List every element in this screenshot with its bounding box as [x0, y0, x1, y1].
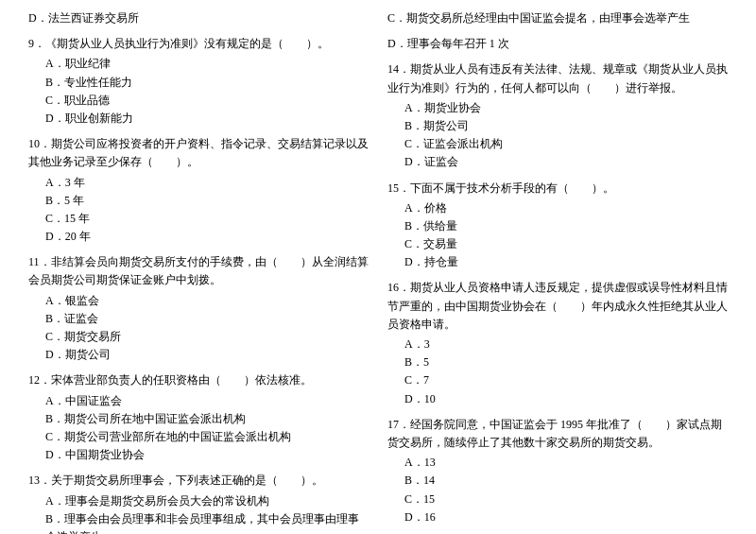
question-text-q13: 13．关于期货交易所理事会，下列表述正确的是（ ）。: [28, 472, 369, 490]
option-q15-1: B．供给量: [387, 217, 728, 235]
question-block-qc_exchange: C．期货交易所总经理由中国证监会提名，由理事会选举产生: [387, 9, 728, 27]
question-text-q11: 11．非结算会员向期货交易所支付的手续费，由（ ）从全润结算会员期货公司期货保证…: [28, 253, 369, 289]
question-block-q_d_franxis: D．法兰西证券交易所: [28, 9, 369, 27]
question-block-qd_board: D．理事会每年召开 1 次: [387, 35, 728, 53]
option-q11-2: C．期货交易所: [28, 328, 369, 346]
option-q9-3: D．职业创新能力: [28, 110, 369, 128]
question-text-q16: 16．期货从业人员资格申请人违反规定，提供虚假或误导性材料且情节严重的，由中国期…: [387, 279, 728, 334]
option-q16-1: B．5: [387, 353, 728, 371]
question-block-q11: 11．非结算会员向期货交易所支付的手续费，由（ ）从全润结算会员期货公司期货保证…: [28, 253, 369, 364]
question-text-q10: 10．期货公司应将投资者的开户资料、指令记录、交易结算记录以及其他业务记录至少保…: [28, 135, 369, 171]
option-q11-3: D．期货公司: [28, 346, 369, 364]
question-text-q14: 14．期货从业人员有违反有关法律、法规、规章或《期货从业人员执业行为准则》行为的…: [387, 60, 728, 96]
option-q16-0: A．3: [387, 336, 728, 353]
question-block-q9: 9．《期货从业人员执业行为准则》没有规定的是（ ）。A．职业纪律B．专业性任能力…: [28, 35, 369, 128]
option-q16-2: C．7: [387, 371, 728, 389]
right-column: C．期货交易所总经理由中国证监会提名，由理事会选举产生D．理事会每年召开 1 次…: [387, 9, 728, 534]
option-q15-0: A．价格: [387, 199, 728, 217]
question-block-q15: 15．下面不属于技术分析手段的有（ ）。A．价格B．供给量C．交易量D．持仓量: [387, 180, 728, 272]
option-q11-1: B．证监会: [28, 310, 369, 328]
question-text-q17: 17．经国务院同意，中国证监会于 1995 年批准了（ ）家试点期货交易所，随续…: [387, 416, 728, 452]
question-text-qd_board: D．理事会每年召开 1 次: [387, 35, 728, 53]
question-block-q17: 17．经国务院同意，中国证监会于 1995 年批准了（ ）家试点期货交易所，随续…: [387, 416, 728, 526]
question-block-q14: 14．期货从业人员有违反有关法律、法规、规章或《期货从业人员执业行为准则》行为的…: [387, 60, 728, 171]
two-column-layout: D．法兰西证券交易所9．《期货从业人员执业行为准则》没有规定的是（ ）。A．职业…: [28, 9, 728, 534]
question-block-q13: 13．关于期货交易所理事会，下列表述正确的是（ ）。A．理事会是期货交易所会员大…: [28, 472, 369, 534]
question-block-q10: 10．期货公司应将投资者的开户资料、指令记录、交易结算记录以及其他业务记录至少保…: [28, 135, 369, 246]
question-block-q12: 12．宋体营业部负责人的任职资格由（ ）依法核准。A．中国证监会B．期货公司所在…: [28, 371, 369, 464]
option-q9-2: C．职业品德: [28, 92, 369, 110]
option-q13-1: B．理事会由会员理事和非会员理事组成，其中会员理事由理事会选举产生: [28, 510, 369, 534]
option-q14-0: A．期货业协会: [387, 99, 728, 117]
option-q14-3: D．证监会: [387, 153, 728, 171]
page-container: D．法兰西证券交易所9．《期货从业人员执业行为准则》没有规定的是（ ）。A．职业…: [28, 9, 728, 534]
option-q13-0: A．理事会是期货交易所会员大会的常设机构: [28, 492, 369, 510]
option-q11-0: A．银监会: [28, 292, 369, 310]
option-q10-1: B．5 年: [28, 192, 369, 210]
option-q14-1: B．期货公司: [387, 117, 728, 135]
option-q17-2: C．15: [387, 491, 728, 508]
left-column: D．法兰西证券交易所9．《期货从业人员执业行为准则》没有规定的是（ ）。A．职业…: [28, 9, 369, 534]
option-q17-0: A．13: [387, 454, 728, 472]
option-q9-0: A．职业纪律: [28, 55, 369, 73]
question-text-q_d_franxis: D．法兰西证券交易所: [28, 9, 369, 27]
option-q17-3: D．16: [387, 508, 728, 526]
question-text-q9: 9．《期货从业人员执业行为准则》没有规定的是（ ）。: [28, 35, 369, 53]
option-q12-1: B．期货公司所在地中国证监会派出机构: [28, 410, 369, 428]
option-q10-3: D．20 年: [28, 228, 369, 246]
option-q15-2: C．交易量: [387, 235, 728, 253]
option-q17-1: B．14: [387, 472, 728, 490]
question-text-q12: 12．宋体营业部负责人的任职资格由（ ）依法核准。: [28, 371, 369, 389]
option-q14-2: C．证监会派出机构: [387, 135, 728, 153]
option-q12-3: D．中国期货业协会: [28, 446, 369, 464]
option-q12-2: C．期货公司营业部所在地的中国证监会派出机构: [28, 428, 369, 446]
option-q12-0: A．中国证监会: [28, 392, 369, 410]
question-text-qc_exchange: C．期货交易所总经理由中国证监会提名，由理事会选举产生: [387, 9, 728, 27]
option-q15-3: D．持仓量: [387, 253, 728, 271]
question-block-q16: 16．期货从业人员资格申请人违反规定，提供虚假或误导性材料且情节严重的，由中国期…: [387, 279, 728, 407]
question-text-q15: 15．下面不属于技术分析手段的有（ ）。: [387, 180, 728, 198]
option-q10-0: A．3 年: [28, 174, 369, 192]
option-q16-3: D．10: [387, 390, 728, 408]
option-q9-1: B．专业性任能力: [28, 74, 369, 92]
option-q10-2: C．15 年: [28, 210, 369, 228]
